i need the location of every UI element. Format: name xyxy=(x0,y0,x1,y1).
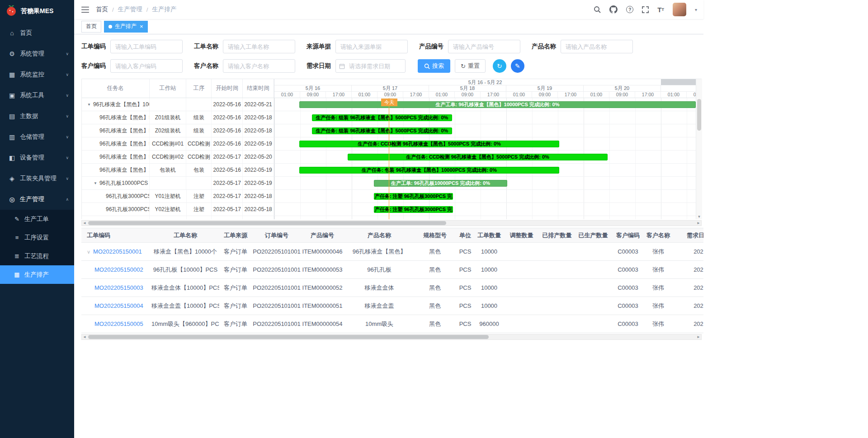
avatar[interactable] xyxy=(673,3,686,16)
expand-icon[interactable]: ∨ xyxy=(87,249,90,254)
gantt-task-row[interactable]: 96孔孔板3000PCSY01注塑机注塑2022-05-172022-05-18 xyxy=(82,190,274,203)
table-column-header[interactable]: 工单来源 xyxy=(219,228,252,243)
tab-schedule[interactable]: 生产排产× xyxy=(104,21,148,33)
scroll-right-arrow[interactable]: ► xyxy=(697,221,700,225)
sidebar-item-monitor[interactable]: ▦系统监控∨ xyxy=(0,64,74,85)
collapse-icon[interactable]: ▼ xyxy=(94,181,97,185)
gantt-task-row[interactable]: 96孔移液盒【黑色】5000PCSZ02组装机组装2022-05-162022-… xyxy=(82,124,274,137)
scrollbar-thumb[interactable] xyxy=(697,99,701,131)
table-cell xyxy=(541,279,573,297)
workorder-row[interactable]: MO202205150003移液盒盒体【10000】PCS客户订单PO20220… xyxy=(81,279,703,297)
edit-button[interactable]: ✎ xyxy=(511,59,524,73)
workorder-row[interactable]: MO202205150004移液盒盒盖【10000】PCS客户订单PO20220… xyxy=(81,297,703,315)
source-doc-input[interactable] xyxy=(335,40,408,53)
workorder-row[interactable]: ∨MO202205150001移液盒【黑色】10000个客户订单PO202205… xyxy=(81,243,703,261)
table-column-header[interactable]: 已排产数量 xyxy=(541,228,573,243)
gantt-horizontal-scrollbar[interactable]: ◄ ► xyxy=(81,220,702,226)
refresh-button[interactable]: ↻ xyxy=(493,59,506,73)
sidebar-subitem-process[interactable]: ≡工序设置 xyxy=(0,228,74,247)
sidebar-item-masterdata[interactable]: ▤主数据∨ xyxy=(0,106,74,127)
gantt-task-row[interactable]: 96孔孔板3000PCSY02注塑机注塑2022-05-172022-05-18 xyxy=(82,203,274,216)
gantt-bar-project[interactable]: 生产工单: 96孔移液盒【黑色】10000PCS 完成比例: 0% xyxy=(299,101,696,108)
sidebar-item-system[interactable]: ⚙系统管理∨ xyxy=(0,43,74,64)
workorder-link[interactable]: MO202205150001 xyxy=(93,248,142,255)
gantt-task-row[interactable]: 96孔移液盒【黑色】5000PCSZ01组装机组装2022-05-162022-… xyxy=(82,111,274,124)
sidebar-item-device[interactable]: ◧设备管理∨ xyxy=(0,147,74,168)
gantt-task-row[interactable]: 96孔移液盒【黑色】10000PCS包装机包装2022-05-162022-05… xyxy=(82,164,274,177)
gantt-task-row[interactable]: ▼96孔孔板10000PCS2022-05-172022-05-19 xyxy=(82,177,274,190)
workorder-link[interactable]: MO202205150005 xyxy=(94,320,143,327)
breadcrumb-item[interactable]: 生产管理 xyxy=(118,5,142,14)
font-size-icon[interactable]: TT xyxy=(657,6,664,13)
gantt-bar-task[interactable]: 生产任务: CCD检测 96孔移液盒【黑色】5000PCS 完成比例: 0% xyxy=(299,141,559,147)
table-column-header[interactable]: 工单编码 xyxy=(81,228,151,243)
product-code-input[interactable] xyxy=(448,40,520,53)
tab-home[interactable]: 首页 xyxy=(81,21,101,33)
sidebar-subitem-workorder[interactable]: ✎生产工单 xyxy=(0,210,74,228)
github-icon[interactable] xyxy=(609,5,618,14)
scroll-left-arrow[interactable]: ◄ xyxy=(83,335,86,339)
workorder-link[interactable]: MO202205150004 xyxy=(94,302,143,309)
table-column-header[interactable]: 调整数量 xyxy=(502,228,541,243)
sidebar-subitem-schedule[interactable]: ▦生产排产 xyxy=(0,265,74,284)
collapse-icon[interactable]: ▼ xyxy=(87,103,91,107)
workorder-row[interactable]: MO20220515000510mm吸头【960000】PCS客户订单PO202… xyxy=(81,315,703,333)
gantt-task-row[interactable]: ▼96孔移液盒【黑色】10000PCS2022-05-162022-05-21 xyxy=(82,98,274,111)
gantt-vertical-scrollbar[interactable]: ▼ xyxy=(696,79,702,219)
table-column-header[interactable]: 单位 xyxy=(454,228,476,243)
customer-name-input[interactable] xyxy=(223,59,295,73)
gantt-bar-task[interactable]: 生产任务: 注塑 96孔孔板3000PCS 完成 xyxy=(374,206,453,213)
gantt-bar-task[interactable]: 生产任务: 包装 96孔移液盒【黑色】10000PCS 完成比例: 0% xyxy=(299,167,559,174)
gantt-bar-task[interactable]: 生产任务: 注塑 96孔孔板3000PCS 完成 xyxy=(374,193,453,200)
table-column-header[interactable]: 需求日期 xyxy=(674,228,703,243)
sidebar-item-production[interactable]: ◎生产管理∧ xyxy=(0,189,74,210)
breadcrumb-item[interactable]: 生产排产 xyxy=(152,5,177,14)
gantt-task-row[interactable]: 96孔移液盒【黑色】5000PCSCCD检测#01CCD检测2022-05-16… xyxy=(82,137,274,151)
sidebar-item-home[interactable]: ⌂首页 xyxy=(0,23,74,43)
table-column-header[interactable]: 规格型号 xyxy=(415,228,454,243)
scroll-down-arrow[interactable]: ▼ xyxy=(696,215,702,219)
gantt-bar-task[interactable]: 生产任务: CCD检测 96孔移液盒【黑色】5000PCS 完成比例: 0% xyxy=(348,154,608,160)
table-column-header[interactable]: 客户编码 xyxy=(613,228,643,243)
gantt-bar-task[interactable]: 生产任务: 组装 96孔移液盒【黑色】5000PCS 完成比例: 0% xyxy=(312,114,452,121)
product-name-input[interactable] xyxy=(561,40,633,53)
table-horizontal-scrollbar[interactable]: ◄ ► xyxy=(81,334,702,340)
gantt-task-row[interactable]: 96孔孔板3000PCSY03注塑机注塑2022-05-172022-05-18 xyxy=(82,216,274,219)
sidebar-subitem-flow[interactable]: ≣工艺流程 xyxy=(0,247,74,265)
table-column-header[interactable]: 客户名称 xyxy=(643,228,674,243)
sidebar-item-fixture[interactable]: ◈工装夹具管理∨ xyxy=(0,168,74,189)
gantt-task-row[interactable]: 96孔移液盒【黑色】5000PCSCCD检测#02CCD检测2022-05-17… xyxy=(82,151,274,164)
table-column-header[interactable]: 订单编号 xyxy=(252,228,302,243)
gantt-bar-project[interactable]: 生产工单: 96孔孔板10000PCS 完成比例: 0% xyxy=(374,180,507,187)
breadcrumb-item[interactable]: 首页 xyxy=(96,5,108,14)
close-icon[interactable]: × xyxy=(140,23,143,30)
workorder-row[interactable]: MO20220515000296孔孔板【10000】PCS客户订单PO20220… xyxy=(81,261,703,279)
workorder-link[interactable]: MO202205150003 xyxy=(94,284,143,291)
scrollbar-thumb[interactable] xyxy=(88,335,489,339)
app-logo[interactable]: 苦糖果MES xyxy=(0,0,74,23)
workorder-link[interactable]: MO202205150002 xyxy=(94,266,143,273)
table-column-header[interactable]: 已生产数量 xyxy=(573,228,613,243)
sidebar-item-warehouse[interactable]: ▥仓储管理∨ xyxy=(0,127,74,147)
table-column-header[interactable]: 工单数量 xyxy=(476,228,502,243)
reset-button[interactable]: ↻重置 xyxy=(455,59,486,73)
customer-code-input[interactable] xyxy=(110,59,183,73)
scrollbar-thumb[interactable] xyxy=(88,221,446,225)
hamburger-menu-icon[interactable] xyxy=(81,6,89,13)
table-column-header[interactable]: 产品名称 xyxy=(343,228,415,243)
chevron-down-icon[interactable]: ▾ xyxy=(695,7,697,12)
scroll-left-arrow[interactable]: ◄ xyxy=(83,221,86,225)
table-body: ∨MO202205150001移液盒【黑色】10000个客户订单PO202205… xyxy=(81,243,703,333)
fullscreen-icon[interactable] xyxy=(642,6,649,13)
gantt-bar-task[interactable]: 生产任务: 组装 96孔移液盒【黑色】5000PCS 完成比例: 0% xyxy=(312,127,452,134)
sidebar-item-tools[interactable]: ▣系统工具∨ xyxy=(0,85,74,106)
help-icon[interactable]: ? xyxy=(626,6,633,13)
search-icon[interactable] xyxy=(594,6,601,13)
table-column-header[interactable]: 产品编号 xyxy=(302,228,343,243)
table-column-header[interactable]: 工单名称 xyxy=(151,228,219,243)
scroll-right-arrow[interactable]: ► xyxy=(697,335,700,339)
due-date-input[interactable] xyxy=(335,59,406,73)
wo-code-input[interactable] xyxy=(110,40,183,53)
wo-name-input[interactable] xyxy=(223,40,295,53)
search-button[interactable]: 搜索 xyxy=(418,59,450,73)
